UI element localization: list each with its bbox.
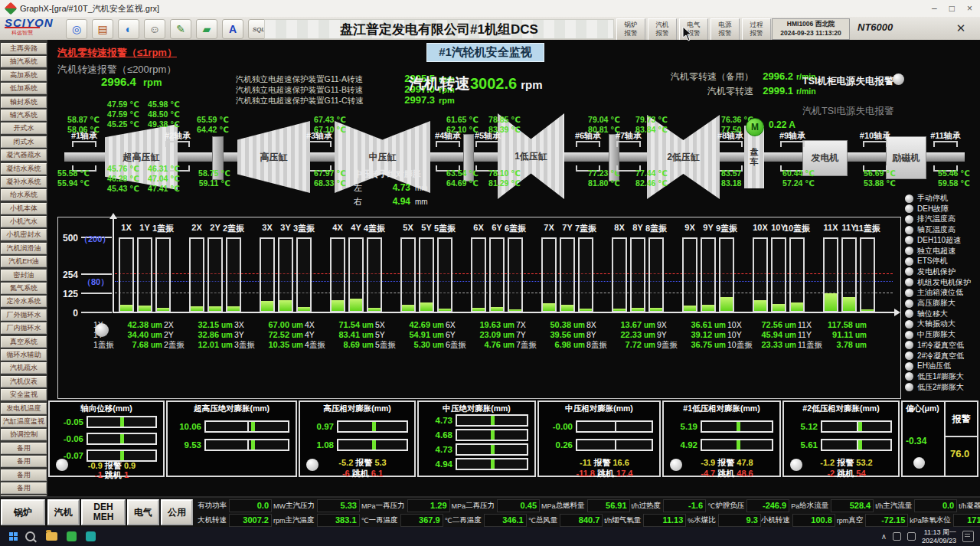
trip-indicator-label: 发电机保护 (917, 266, 956, 277)
toolbar-close-button[interactable]: ✕ (951, 19, 971, 38)
status-unit: ℃ (528, 517, 536, 525)
link-icon[interactable]: ◎ (66, 19, 87, 39)
minimize-icon[interactable]: – (932, 3, 937, 14)
sidebar-item[interactable]: 氮气系统 (1, 283, 47, 294)
operator-icon[interactable]: ☺ (144, 19, 165, 39)
alarm-button-锅炉[interactable]: 锅炉 报警 (616, 18, 645, 41)
gauge-marker (491, 445, 495, 454)
sidebar-item[interactable]: 汽机疏水 (1, 362, 47, 374)
vibration-value-unit: um (433, 341, 444, 350)
network-icon[interactable] (893, 532, 901, 541)
sidebar-item[interactable]: 汽机润滑油 (1, 243, 47, 254)
sidebar-item[interactable]: 定冷水系统 (1, 296, 47, 307)
trend-icon[interactable]: ◐ (118, 19, 139, 39)
start-button-icon[interactable] (9, 532, 18, 541)
vibration-value: 83.41 (332, 330, 360, 339)
sidebar-item[interactable]: 厂内循环水 (1, 322, 47, 334)
sidebar-item[interactable]: 凝汽器疏水 (1, 149, 47, 161)
sidebar-item[interactable]: 小机密封水 (1, 229, 47, 240)
nav-button-公用[interactable]: 公用 (161, 499, 193, 525)
file-explorer-icon[interactable] (46, 532, 57, 541)
sidebar-item[interactable]: 凝补水系统 (1, 176, 47, 188)
nav-button-电气[interactable]: 电气 (127, 499, 159, 525)
vibration-bar-label: 5盖振 (434, 223, 456, 234)
uhp-temps-top: 45.98 ℃ 48.50 ℃ 49.38 ℃ (139, 100, 180, 129)
search-icon[interactable] (25, 531, 35, 541)
gauge-value: 9.53 (171, 440, 201, 450)
sidebar-item[interactable]: 厂外循环水 (1, 309, 47, 321)
sidebar-item[interactable]: 循环水辅助 (1, 349, 47, 361)
sidebar-item[interactable]: 主再旁路 (1, 43, 47, 54)
vibration-value-unit: um (714, 321, 726, 330)
tray-expand-icon[interactable]: ∧ (881, 532, 887, 541)
sidebar-item[interactable]: 轴封系统 (1, 96, 47, 108)
sidebar-item[interactable]: 闭式水 (1, 136, 47, 148)
vibration-value-cell: 8盖振7.72um (586, 340, 655, 350)
sidebar-item[interactable]: 小机汽水 (1, 216, 47, 227)
restore-icon[interactable]: □ (949, 3, 955, 14)
bearing-bracket (616, 141, 641, 147)
vibration-bar-label: 2X (191, 223, 201, 232)
sidebar-item[interactable]: 抽汽系统 (1, 56, 47, 67)
vibration-value: 6.98 (544, 340, 571, 349)
sidebar-item[interactable]: 备用 (1, 443, 47, 454)
volume-icon[interactable] (907, 532, 916, 541)
font-icon[interactable]: A (222, 19, 243, 39)
sidebar-item[interactable]: 汽机仪表 (1, 376, 47, 387)
vibration-bar (348, 237, 364, 312)
vibration-value-label: 2X (164, 320, 191, 329)
sidebar-item[interactable]: 安全监视 (1, 389, 47, 401)
edit-icon[interactable]: ✎ (170, 19, 191, 39)
sidebar-item[interactable]: 高加系统 (1, 70, 47, 81)
vibration-value: 72.56 (755, 320, 782, 329)
trip-indicator: 中压膨胀大 (905, 329, 956, 340)
vibration-value-cell: 3Y72.52um (234, 330, 303, 340)
sidebar-item[interactable]: 备用 (1, 456, 47, 467)
sidebar-item[interactable]: 备用 (1, 469, 47, 481)
sidebar-item[interactable]: 汽缸温度监视 (1, 416, 47, 427)
sidebar-item[interactable]: 备用 (1, 482, 47, 494)
status-unit: MPa (541, 502, 556, 510)
notification-icon[interactable] (962, 531, 974, 542)
status-field: 大机转速3007.2rpm (198, 514, 286, 527)
clock[interactable]: 11:13 周一 2024/09/23 (922, 528, 956, 545)
sidebar-item[interactable]: 协调控制 (1, 429, 47, 440)
window-title: GraphX-[gra/#10T_汽机安全监视.grx] (20, 3, 159, 15)
nav-button-汽机[interactable]: 汽机 (47, 499, 80, 525)
sidebar-item[interactable]: 密封油 (1, 270, 47, 281)
gauge-marker (120, 417, 124, 427)
taskbar-app-green-icon[interactable] (67, 531, 77, 541)
alarm-button-过程[interactable]: 过程 报警 (742, 18, 771, 41)
trip-indicator: 发电机保护 (905, 266, 956, 277)
sidebar-item[interactable]: 开式水 (1, 123, 47, 134)
sidebar-item[interactable]: 凝结水系统 (1, 163, 47, 175)
alarm-button-电源[interactable]: 电源 报警 (710, 18, 740, 41)
taskbar-app-teal-icon[interactable] (86, 531, 96, 541)
status-label: 二再压力 (466, 501, 495, 511)
nav-button-DEH[interactable]: DEH MEH (81, 499, 126, 525)
vibration-value-cell: 5X42.69um (375, 320, 444, 330)
status-unit: rpm (837, 517, 849, 525)
logo-text: SCIYON (5, 18, 54, 27)
sidebar-item[interactable]: 辅汽系统 (1, 110, 47, 121)
vibration-bar-fill (157, 308, 169, 311)
vibration-value-unit: um (855, 341, 867, 350)
vibration-value-cell: 10X72.56um (727, 320, 796, 330)
sidebar-item[interactable]: 给水系统 (1, 189, 47, 201)
close-icon[interactable]: × (967, 3, 972, 14)
vibration-bar-label: 3Y (280, 223, 290, 232)
sidebar-item[interactable]: 低加系统 (1, 83, 47, 94)
sidebar-item[interactable]: 真空系统 (1, 336, 47, 348)
vibration-value-unit: um (855, 331, 867, 340)
cards-icon[interactable]: ▰ (196, 19, 217, 39)
hmi-id-station: HMI1006 西北院 (773, 19, 849, 28)
alarm-button-汽机[interactable]: 汽机 报警 (648, 18, 677, 41)
calculator-icon[interactable]: ▤ (92, 19, 113, 39)
sidebar-item[interactable]: 小机本体 (1, 203, 47, 214)
sidebar-item[interactable]: 汽机EH油 (1, 256, 47, 267)
turbine-diagram: 超高压缸高压缸中压缸1低压缸2低压缸发电机励磁机#1轴承58.87 ℃ 58.0… (47, 92, 980, 222)
sidebar-item[interactable]: 发电机温度 (1, 403, 47, 414)
zero-speed-backup-label: 汽机零转速（备用） (652, 70, 753, 83)
nav-button-锅炉[interactable]: 锅炉 (1, 499, 45, 525)
vibration-bar-label: 3X (262, 223, 272, 232)
